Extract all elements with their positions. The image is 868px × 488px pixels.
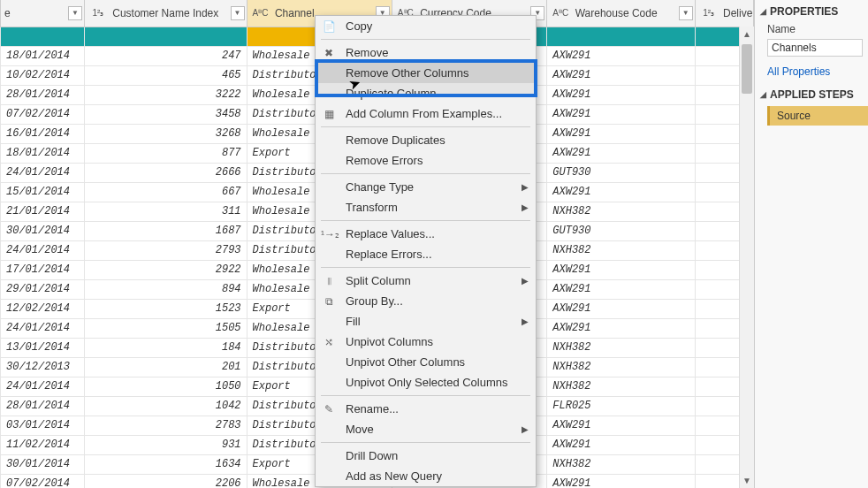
warehouse-cell[interactable]: GUT930 xyxy=(547,163,695,182)
customer-index-cell[interactable]: 247 xyxy=(84,46,247,65)
warehouse-cell[interactable]: FLR025 xyxy=(547,396,695,416)
customer-index-cell[interactable]: 3458 xyxy=(84,104,247,124)
date-cell[interactable]: 18/01/2014 xyxy=(1,143,85,163)
warehouse-cell[interactable]: AXW291 xyxy=(547,474,695,488)
date-cell[interactable]: 10/02/2014 xyxy=(1,65,85,85)
menu-item[interactable]: ⫴Split Column▶ xyxy=(316,271,536,291)
date-cell[interactable]: 03/01/2014 xyxy=(1,416,85,435)
warehouse-cell[interactable]: NXH382 xyxy=(547,454,695,474)
column-filter-button[interactable]: ▼ xyxy=(679,6,693,20)
warehouse-cell[interactable]: AXW291 xyxy=(547,416,695,435)
customer-index-cell[interactable]: 931 xyxy=(84,435,247,454)
warehouse-cell[interactable]: NXH382 xyxy=(547,202,695,221)
warehouse-cell[interactable]: AXW291 xyxy=(547,299,695,318)
applied-step-source[interactable]: Source xyxy=(767,106,868,126)
query-name-input[interactable] xyxy=(767,39,863,57)
menu-item[interactable]: ✖Remove xyxy=(316,42,536,63)
scroll-down-arrow-icon[interactable]: ▼ xyxy=(740,473,754,488)
date-cell[interactable]: 13/01/2014 xyxy=(1,338,85,357)
menu-item[interactable]: Replace Errors... xyxy=(316,244,536,264)
scroll-up-arrow-icon[interactable]: ▲ xyxy=(740,27,754,42)
customer-index-cell[interactable]: 3268 xyxy=(84,124,247,143)
menu-item[interactable]: 📄Copy xyxy=(316,16,536,36)
customer-index-cell[interactable]: 877 xyxy=(84,143,247,163)
warehouse-cell[interactable]: AXW291 xyxy=(547,318,695,338)
menu-item[interactable]: Add as New Query xyxy=(316,466,536,486)
warehouse-cell[interactable]: AXW291 xyxy=(547,124,695,143)
warehouse-cell[interactable]: AXW291 xyxy=(547,65,695,85)
date-cell[interactable]: 30/12/2013 xyxy=(1,357,85,377)
customer-index-cell[interactable]: 1505 xyxy=(84,318,247,338)
warehouse-cell[interactable]: NXH382 xyxy=(547,357,695,377)
menu-item[interactable]: ⤭Unpivot Columns xyxy=(316,332,536,352)
menu-item[interactable]: Unpivot Only Selected Columns xyxy=(316,372,536,393)
warehouse-cell[interactable]: NXH382 xyxy=(547,240,695,260)
customer-index-cell[interactable]: 2666 xyxy=(84,163,247,182)
warehouse-cell[interactable]: GUT930 xyxy=(547,221,695,240)
date-cell[interactable]: 12/02/2014 xyxy=(1,299,85,318)
menu-item[interactable]: Duplicate Column xyxy=(316,83,536,103)
menu-item[interactable]: Change Type▶ xyxy=(316,177,536,197)
warehouse-cell[interactable]: NXH382 xyxy=(547,338,695,357)
date-cell[interactable]: 18/01/2014 xyxy=(1,46,85,65)
scrollbar-thumb[interactable] xyxy=(742,44,752,94)
customer-index-cell[interactable]: 2783 xyxy=(84,416,247,435)
date-cell[interactable]: 17/01/2014 xyxy=(1,260,85,279)
date-cell[interactable]: 11/02/2014 xyxy=(1,435,85,454)
column-filter-button[interactable]: ▼ xyxy=(68,6,82,20)
menu-item[interactable]: ⧉Group By... xyxy=(316,291,536,311)
customer-index-cell[interactable]: 311 xyxy=(84,202,247,221)
column-header-deliver[interactable]: 1²₃ Deliver xyxy=(695,0,753,27)
customer-index-cell[interactable]: 667 xyxy=(84,182,247,202)
date-cell[interactable]: 29/01/2014 xyxy=(1,279,85,299)
warehouse-cell[interactable]: AXW291 xyxy=(547,46,695,65)
date-cell[interactable]: 28/01/2014 xyxy=(1,85,85,104)
customer-index-cell[interactable]: 2206 xyxy=(84,474,247,488)
warehouse-cell[interactable]: AXW291 xyxy=(547,104,695,124)
customer-index-cell[interactable]: 2793 xyxy=(84,240,247,260)
menu-item[interactable]: Remove Errors xyxy=(316,150,536,171)
menu-item[interactable]: Transform▶ xyxy=(316,197,536,217)
customer-index-cell[interactable]: 1050 xyxy=(84,377,247,396)
customer-index-cell[interactable]: 894 xyxy=(84,279,247,299)
menu-item[interactable]: Move▶ xyxy=(316,419,536,439)
menu-item[interactable]: ▦Add Column From Examples... xyxy=(316,103,536,124)
customer-index-cell[interactable]: 465 xyxy=(84,65,247,85)
applied-steps-section-header[interactable]: ◢ APPLIED STEPS xyxy=(755,83,868,104)
warehouse-cell[interactable]: AXW291 xyxy=(547,435,695,454)
date-cell[interactable]: 15/01/2014 xyxy=(1,182,85,202)
date-cell[interactable]: 24/01/2014 xyxy=(1,377,85,396)
customer-index-cell[interactable]: 1523 xyxy=(84,299,247,318)
date-cell[interactable]: 30/01/2014 xyxy=(1,221,85,240)
date-cell[interactable]: 21/01/2014 xyxy=(1,202,85,221)
menu-item[interactable]: ✎Rename... xyxy=(316,399,536,419)
vertical-scrollbar[interactable]: ▲ ▼ xyxy=(739,27,754,488)
date-cell[interactable]: 07/02/2014 xyxy=(1,474,85,488)
menu-item[interactable]: ¹→₂Replace Values... xyxy=(316,224,536,244)
customer-index-cell[interactable]: 201 xyxy=(84,357,247,377)
customer-index-cell[interactable]: 1042 xyxy=(84,396,247,416)
column-filter-button[interactable]: ▼ xyxy=(231,6,245,20)
customer-index-cell[interactable]: 2922 xyxy=(84,260,247,279)
warehouse-cell[interactable]: AXW291 xyxy=(547,143,695,163)
date-cell[interactable]: 24/01/2014 xyxy=(1,163,85,182)
column-header-customer-index[interactable]: 1²₃ Customer Name Index ▼ xyxy=(84,0,247,27)
menu-item[interactable]: Fill▶ xyxy=(316,311,536,332)
customer-index-cell[interactable]: 184 xyxy=(84,338,247,357)
column-header-date[interactable]: e ▼ xyxy=(1,0,85,27)
warehouse-cell[interactable]: AXW291 xyxy=(547,260,695,279)
warehouse-cell[interactable]: NXH382 xyxy=(547,377,695,396)
customer-index-cell[interactable]: 1634 xyxy=(84,454,247,474)
warehouse-cell[interactable]: AXW291 xyxy=(547,279,695,299)
all-properties-link[interactable]: All Properties xyxy=(755,62,868,83)
date-cell[interactable]: 24/01/2014 xyxy=(1,318,85,338)
customer-index-cell[interactable]: 3222 xyxy=(84,85,247,104)
column-header-warehouse[interactable]: AᴮC Warehouse Code ▼ xyxy=(547,0,695,27)
date-cell[interactable]: 16/01/2014 xyxy=(1,124,85,143)
customer-index-cell[interactable]: 1687 xyxy=(84,221,247,240)
warehouse-cell[interactable]: AXW291 xyxy=(547,182,695,202)
warehouse-cell[interactable]: AXW291 xyxy=(547,85,695,104)
menu-item[interactable]: Unpivot Other Columns xyxy=(316,352,536,372)
date-cell[interactable]: 28/01/2014 xyxy=(1,396,85,416)
date-cell[interactable]: 30/01/2014 xyxy=(1,454,85,474)
